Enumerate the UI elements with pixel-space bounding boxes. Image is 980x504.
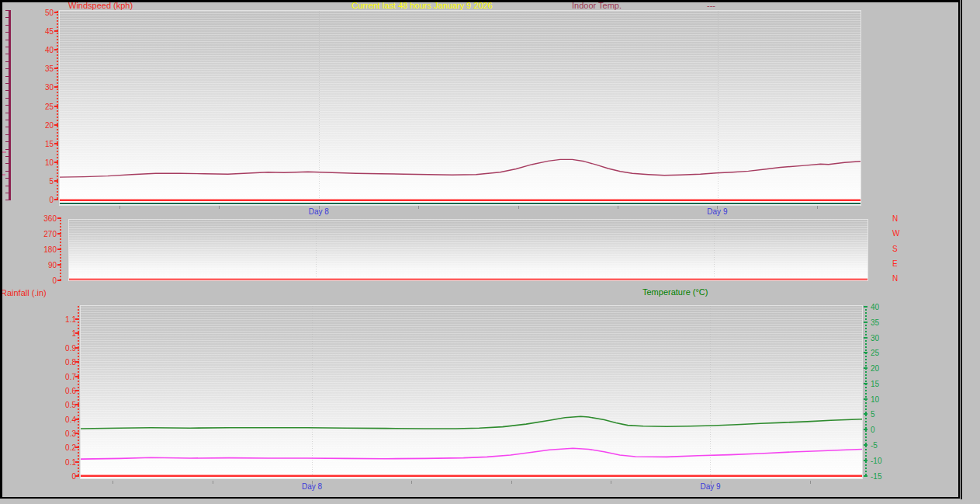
axis-tick: [75, 433, 79, 434]
axis-tick: [864, 367, 867, 369]
axis-tick: [54, 180, 58, 182]
axis-tick-label: 0.3: [50, 429, 76, 438]
axis-tick-label: 0: [50, 472, 76, 481]
axis-tick: [57, 264, 61, 266]
axis-tick: [75, 461, 79, 463]
axis-tick-label: 1.1: [50, 315, 76, 324]
wind-direction-chart: [68, 219, 868, 281]
rain-temperature-chart: [80, 305, 863, 479]
axis-tick-label: 40: [871, 303, 894, 311]
axis-tick: [75, 419, 79, 420]
axis-tick-label: 30: [28, 83, 54, 92]
axis-tick-label: 15: [28, 140, 54, 148]
compass-label: N: [892, 274, 908, 283]
axis-tick-label: 1: [50, 329, 76, 338]
axis-tick-label: 50: [28, 9, 54, 17]
axis-tick-label: 5: [28, 177, 54, 186]
axis-tick-label: 0.1: [50, 458, 76, 467]
axis-tick-label: -5: [871, 441, 894, 450]
windspeed-line: [60, 159, 861, 177]
direction-series-svg: [69, 220, 867, 280]
axis-tick: [75, 347, 79, 349]
temperature-line: [81, 416, 862, 429]
compass-label: E: [892, 259, 908, 268]
weather-display-window: Windspeed (kph) Current last 48 hours Ja…: [0, 0, 980, 504]
axis-tick: [54, 49, 58, 50]
compass-label: S: [892, 245, 908, 253]
axis-tick: [864, 429, 867, 430]
axis-tick-label: 25: [28, 103, 54, 111]
axis-tick: [54, 106, 58, 107]
axis-tick: [54, 143, 58, 144]
axis-tick-label: 180: [31, 245, 57, 254]
axis-tick-label: 40: [28, 46, 54, 54]
indoor-temp-axis-bar: [9, 10, 11, 200]
axis-tick: [864, 337, 867, 339]
axis-tick: [54, 199, 58, 200]
axis-tick: [864, 444, 867, 446]
axis-tick: [864, 413, 867, 415]
axis-tick-label: 25: [871, 349, 894, 357]
axis-tick-label: 10: [871, 395, 894, 404]
x-axis-tick: [119, 206, 120, 209]
indoor-temp-marker: [2, 174, 5, 176]
axis-tick-label: 0.5: [50, 401, 76, 409]
x-axis-tick: [411, 481, 412, 484]
axis-tick-label: 270: [31, 230, 57, 238]
axis-tick-label: -10: [871, 457, 894, 465]
x-axis-tick: [418, 206, 419, 209]
window-frame-outer-line: [961, 0, 962, 499]
axis-tick: [864, 475, 867, 477]
axis-tick: [54, 68, 58, 69]
axis-tick-label: 0.8: [50, 358, 76, 367]
axis-tick-label: 360: [31, 214, 57, 223]
x-axis-tick: [618, 206, 618, 209]
axis-tick: [57, 217, 61, 219]
x-axis-day-label: Day 8: [302, 207, 336, 216]
x-axis-day-label: Day 8: [295, 482, 329, 491]
axis-tick-label: 35: [871, 318, 894, 327]
axis-tick: [75, 390, 79, 391]
axis-tick: [864, 398, 867, 400]
axis-tick: [54, 86, 58, 88]
axis-tick: [75, 447, 79, 448]
axis-tick-label: 30: [871, 334, 894, 342]
axis-tick-label: -15: [871, 472, 894, 481]
x-axis-tick: [518, 206, 519, 209]
axis-tick: [54, 162, 58, 163]
axis-tick-label: 10: [28, 158, 54, 167]
axis-tick: [75, 475, 79, 477]
axis-tick-label: 0.4: [50, 415, 76, 424]
x-axis-tick: [213, 481, 213, 484]
indoor-temp-label: Indoor Temp.: [572, 1, 622, 10]
x-axis-tick: [219, 206, 220, 209]
windspeed-series-svg: [60, 11, 861, 205]
axis-tick-label: 0: [28, 196, 54, 204]
axis-tick-label: 35: [28, 64, 54, 73]
dewpoint-line: [81, 448, 862, 459]
axis-tick: [57, 249, 61, 250]
axis-tick-label: 0.7: [50, 373, 76, 381]
x-axis-tick: [810, 481, 811, 484]
axis-tick: [57, 280, 61, 281]
compass-label: W: [892, 229, 908, 238]
axis-tick: [75, 376, 79, 377]
rainfall-chart-title: Rainfall (.in): [1, 288, 47, 297]
x-axis-tick: [113, 481, 113, 484]
windspeed-chart-title: Windspeed (kph): [68, 1, 133, 10]
axis-tick-label: 0: [871, 426, 894, 434]
x-axis-tick: [511, 481, 512, 484]
axis-tick: [57, 233, 61, 235]
axis-tick-label: 0: [31, 276, 57, 285]
x-axis-day-label: Day 9: [700, 207, 734, 216]
indoor-temp-marker: [2, 151, 6, 153]
x-axis-tick: [817, 206, 818, 209]
axis-tick: [75, 361, 79, 363]
axis-tick: [75, 332, 79, 334]
temperature-chart-title: Temperature (°C): [642, 287, 708, 297]
axis-tick: [54, 124, 58, 126]
axis-tick-label: 0.9: [50, 344, 76, 353]
axis-tick-label: 20: [28, 121, 54, 130]
axis-tick: [864, 322, 867, 323]
temp-axis-dashes: [865, 306, 867, 476]
